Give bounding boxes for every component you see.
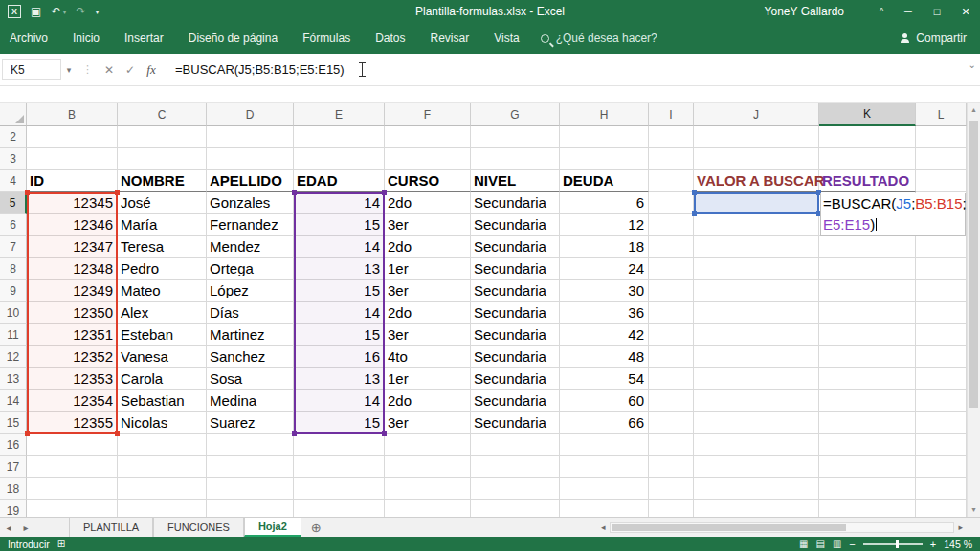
- col-header-L[interactable]: L: [916, 103, 967, 126]
- cell-E14[interactable]: 14: [294, 390, 385, 412]
- tab-insertar[interactable]: Insertar: [124, 32, 164, 45]
- cell-C15[interactable]: Nicolas: [118, 412, 207, 434]
- cell-J10[interactable]: [694, 302, 819, 324]
- cell-B6[interactable]: 12346: [27, 214, 118, 236]
- cell-E4[interactable]: EDAD: [294, 170, 385, 192]
- col-header-G[interactable]: G: [471, 103, 560, 126]
- hscroll-left-icon[interactable]: ◂: [597, 522, 610, 532]
- cell-J17[interactable]: [694, 456, 819, 478]
- cell-F4[interactable]: CURSO: [385, 170, 471, 192]
- cell-B13[interactable]: 12353: [27, 368, 118, 390]
- cell-H8[interactable]: 24: [560, 258, 649, 280]
- zoom-level[interactable]: 145 %: [944, 539, 972, 550]
- row-header-15[interactable]: 15: [0, 412, 27, 434]
- undo-dropdown-icon[interactable]: ▾: [62, 8, 66, 16]
- cell-L10[interactable]: [916, 302, 967, 324]
- cell-E7[interactable]: 14: [294, 236, 385, 258]
- cell-C6[interactable]: María: [118, 214, 207, 236]
- cell-F2[interactable]: [385, 126, 471, 148]
- zoom-out-button[interactable]: −: [849, 539, 855, 550]
- cell-F3[interactable]: [385, 148, 471, 170]
- cell-F5[interactable]: 2do: [385, 192, 471, 214]
- cell-H7[interactable]: 18: [560, 236, 649, 258]
- cell-J13[interactable]: [694, 368, 819, 390]
- cell-G16[interactable]: [471, 434, 560, 456]
- cell-C19[interactable]: [118, 500, 207, 517]
- cell-H13[interactable]: 54: [560, 368, 649, 390]
- cell-D10[interactable]: Días: [207, 302, 294, 324]
- cell-J15[interactable]: [694, 412, 819, 434]
- cell-I8[interactable]: [649, 258, 694, 280]
- row-header-3[interactable]: 3: [0, 148, 27, 170]
- cell-J6[interactable]: [694, 214, 819, 236]
- cell-C3[interactable]: [118, 148, 207, 170]
- qat-customize-icon[interactable]: ▾: [95, 8, 99, 16]
- cell-K13[interactable]: [819, 368, 916, 390]
- undo-icon[interactable]: ↶: [51, 5, 60, 18]
- cell-F16[interactable]: [385, 434, 471, 456]
- zoom-slider-thumb[interactable]: [896, 540, 899, 548]
- col-header-H[interactable]: H: [560, 103, 649, 126]
- cell-L14[interactable]: [916, 390, 967, 412]
- row-header-16[interactable]: 16: [0, 434, 27, 456]
- row-header-18[interactable]: 18: [0, 478, 27, 500]
- cell-H4[interactable]: DEUDA: [560, 170, 649, 192]
- col-header-D[interactable]: D: [207, 103, 294, 126]
- cell-G4[interactable]: NIVEL: [471, 170, 560, 192]
- cell-F6[interactable]: 3er: [385, 214, 471, 236]
- cell-K12[interactable]: [819, 346, 916, 368]
- cell-J3[interactable]: [694, 148, 819, 170]
- cell-I9[interactable]: [649, 280, 694, 302]
- col-header-B[interactable]: B: [27, 103, 118, 126]
- cell-J8[interactable]: [694, 258, 819, 280]
- cell-J9[interactable]: [694, 280, 819, 302]
- cell-I16[interactable]: [649, 434, 694, 456]
- sheet-tab-plantilla[interactable]: PLANTILLA: [69, 518, 153, 537]
- cell-D14[interactable]: Medina: [207, 390, 294, 412]
- cell-L7[interactable]: [916, 236, 967, 258]
- cell-B7[interactable]: 12347: [27, 236, 118, 258]
- cell-F19[interactable]: [385, 500, 471, 517]
- cell-K4[interactable]: RESULTADO: [819, 170, 916, 192]
- sheet-tab-hoja2[interactable]: Hoja2: [244, 518, 301, 537]
- cell-K14[interactable]: [819, 390, 916, 412]
- tab-datos[interactable]: Datos: [375, 32, 405, 45]
- cell-I13[interactable]: [649, 368, 694, 390]
- new-sheet-button[interactable]: ⊕: [301, 518, 331, 537]
- cell-F10[interactable]: 2do: [385, 302, 471, 324]
- cell-D16[interactable]: [207, 434, 294, 456]
- cell-E10[interactable]: 14: [294, 302, 385, 324]
- cancel-icon[interactable]: ✕: [99, 63, 120, 77]
- cell-B10[interactable]: 12350: [27, 302, 118, 324]
- cell-G2[interactable]: [471, 126, 560, 148]
- tell-me-box[interactable]: ¿Qué desea hacer?: [541, 32, 657, 45]
- cell-L12[interactable]: [916, 346, 967, 368]
- cell-J5[interactable]: [694, 192, 819, 214]
- cell-G8[interactable]: Secundaria: [471, 258, 560, 280]
- cell-G17[interactable]: [471, 456, 560, 478]
- cell-H10[interactable]: 36: [560, 302, 649, 324]
- cell-C2[interactable]: [118, 126, 207, 148]
- cell-B9[interactable]: 12349: [27, 280, 118, 302]
- cell-H18[interactable]: [560, 478, 649, 500]
- cell-E2[interactable]: [294, 126, 385, 148]
- formula-bar-collapse-icon[interactable]: ⌄: [969, 59, 976, 70]
- cell-J14[interactable]: [694, 390, 819, 412]
- cell-E8[interactable]: 13: [294, 258, 385, 280]
- cell-E17[interactable]: [294, 456, 385, 478]
- tab-vista[interactable]: Vista: [494, 32, 519, 45]
- cell-K10[interactable]: [819, 302, 916, 324]
- row-header-17[interactable]: 17: [0, 456, 27, 478]
- cell-C11[interactable]: Esteban: [118, 324, 207, 346]
- cell-D13[interactable]: Sosa: [207, 368, 294, 390]
- cell-C18[interactable]: [118, 478, 207, 500]
- col-header-I[interactable]: I: [649, 103, 694, 126]
- cell-D5[interactable]: Gonzales: [207, 192, 294, 214]
- share-button[interactable]: Compartir: [901, 32, 980, 45]
- cell-I2[interactable]: [649, 126, 694, 148]
- cell-H19[interactable]: [560, 500, 649, 517]
- cell-D17[interactable]: [207, 456, 294, 478]
- cell-H9[interactable]: 30: [560, 280, 649, 302]
- cell-B3[interactable]: [27, 148, 118, 170]
- cell-G13[interactable]: Secundaria: [471, 368, 560, 390]
